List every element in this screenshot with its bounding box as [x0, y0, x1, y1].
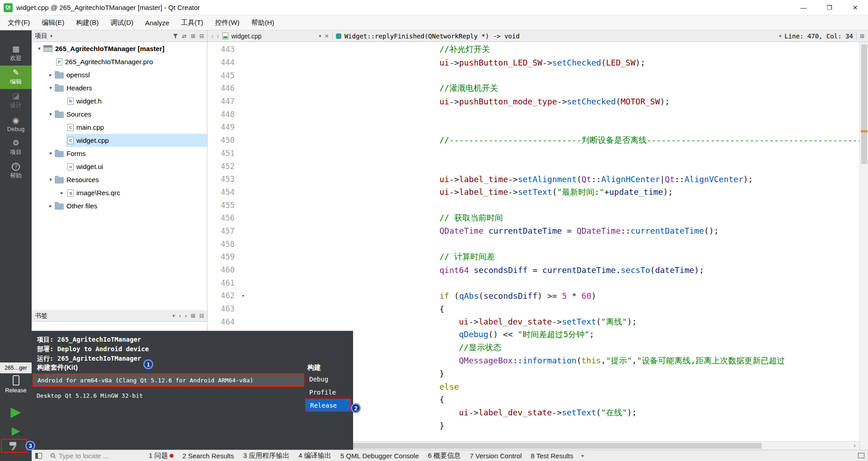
output-pane-button[interactable]: 5 QML Debugger Console — [340, 452, 419, 460]
chevron-down-icon[interactable]: ▾ — [47, 177, 55, 183]
filter-funnel-icon[interactable] — [173, 33, 178, 39]
output-pane-button[interactable]: 2 Search Results — [183, 452, 234, 460]
tree-item[interactable]: P265_AgritechIoTManager.pro — [32, 55, 207, 68]
menu-item[interactable]: 调试(D) — [104, 15, 139, 30]
output-window-icon[interactable] — [858, 453, 864, 458]
vertical-scrollbar[interactable] — [859, 42, 868, 450]
split-pane-icon[interactable]: ⊞ — [191, 313, 195, 319]
token: -> — [449, 58, 459, 67]
search-icon — [50, 453, 56, 459]
tree-item[interactable]: Cwidget.cpp — [32, 134, 207, 147]
output-pane-toggle-icon[interactable]: ▾ — [581, 453, 584, 458]
chevron-down-icon[interactable]: ▾ — [47, 85, 55, 91]
token: { — [439, 304, 444, 314]
token: = — [528, 265, 542, 275]
chevron-down-icon[interactable]: ▾ — [47, 151, 55, 156]
sidebar-toggle-icon[interactable] — [35, 453, 42, 459]
output-pane-button[interactable]: 4 编译输出 — [298, 452, 331, 460]
fold-marker-icon[interactable]: ▾ — [238, 293, 248, 299]
back-icon[interactable]: ‹ — [211, 32, 213, 40]
tree-item[interactable]: ▾Headers — [32, 81, 207, 94]
mode-help[interactable]: ?帮助 — [0, 160, 32, 183]
code-text: ui->label_time->setAlignment(Qt::AlignHC… — [248, 174, 753, 184]
chevron-down-icon[interactable]: ▾ — [47, 111, 55, 117]
mode-projects[interactable]: ⚙项目 — [0, 136, 32, 160]
tree-item[interactable]: ▾Resources — [32, 173, 207, 186]
menu-item[interactable]: 编辑(E) — [36, 15, 70, 30]
mode-label: 欢迎 — [10, 54, 22, 62]
target-kit-selector[interactable]: Release — [0, 374, 32, 400]
build-option[interactable]: Profile — [305, 386, 351, 399]
minimize-button[interactable]: — — [791, 0, 816, 15]
chevron-down-icon[interactable]: ▾ — [35, 46, 43, 52]
menu-item[interactable]: 文件(F) — [2, 15, 36, 30]
tree-item[interactable]: ▸Other files — [32, 199, 207, 212]
folder-icon — [55, 72, 64, 79]
tree-item-label: Sources — [66, 110, 91, 118]
token: information — [523, 356, 576, 365]
build-option[interactable]: Debug — [305, 372, 351, 386]
chevron-right-icon[interactable]: ▸ — [47, 203, 55, 209]
token: qAbs — [459, 291, 478, 301]
tree-item[interactable]: hwidget.h — [32, 94, 207, 108]
split-pane-icon[interactable]: ⊞ — [191, 33, 195, 39]
run-button[interactable]: ▶ — [0, 402, 32, 421]
output-pane-button[interactable]: 3 应用程序输出 — [243, 452, 290, 460]
chevron-down-icon[interactable]: ▾ — [50, 33, 52, 38]
pane-buttons: 1 问题2 Search Results3 应用程序输出4 编译输出5 QML … — [149, 452, 573, 460]
tree-item[interactable]: ▾Sources — [32, 108, 207, 121]
tree-item[interactable]: ▾Forms — [32, 147, 207, 160]
build-option[interactable]: Release — [305, 399, 351, 412]
tree-item[interactable]: ▸openssl — [32, 68, 207, 81]
welcome-icon: ▦ — [12, 45, 19, 53]
chevron-right-icon[interactable]: ▸ — [58, 190, 66, 196]
prev-bookmark-icon[interactable]: ‹ — [179, 313, 181, 319]
locate-input[interactable]: Type to locate ... — [50, 452, 141, 460]
output-pane-button[interactable]: 7 Version Control — [470, 452, 522, 460]
current-symbol[interactable]: Widget::replyFinished(QNetworkReply *) -… — [344, 33, 520, 40]
sync-with-editor-icon[interactable]: ⇄ — [182, 33, 187, 39]
close-pane-icon[interactable]: ⊟ — [199, 33, 204, 39]
scroll-right-icon[interactable]: › — [851, 442, 859, 450]
forward-icon[interactable]: › — [217, 32, 219, 40]
mode-debug[interactable]: ◉Debug — [0, 113, 32, 136]
chevron-down-icon[interactable]: ▾ — [779, 33, 781, 38]
tree-item[interactable]: ▸qimage\Res.qrc — [32, 186, 207, 199]
close-pane-icon[interactable]: ⊟ — [199, 313, 204, 319]
close-button[interactable]: ✕ — [842, 0, 868, 15]
token: ui — [439, 97, 449, 106]
tree-item-body: Headers — [55, 81, 207, 94]
menu-item[interactable]: 构建(B) — [70, 15, 104, 30]
target-project-name[interactable]: 265…ger — [0, 362, 32, 373]
mode-welcome[interactable]: ▦欢迎 — [0, 42, 32, 66]
output-pane-button[interactable]: 8 Test Results — [531, 452, 573, 460]
mode-design[interactable]: ◪设计 — [0, 89, 32, 113]
output-pane-button[interactable]: 1 问题 — [149, 452, 174, 460]
vertical-scrollbar-thumb[interactable] — [861, 44, 867, 164]
open-document-name[interactable]: widget.cpp — [231, 33, 262, 40]
tree-item[interactable]: ▾265_AgritechIoTManager [master] — [32, 42, 207, 55]
kit-option[interactable]: Desktop Qt 5.12.6 MinGW 32-bit — [33, 389, 304, 402]
menu-item[interactable]: 帮助(H) — [245, 15, 280, 30]
chevron-down-icon[interactable]: ▾ — [173, 313, 175, 318]
kit-option[interactable]: Android for arm64-v8a (Clang Qt 5.12.6 f… — [33, 373, 304, 387]
split-editor-icon[interactable]: ⊞ — [860, 33, 864, 39]
maximize-button[interactable]: ❐ — [816, 0, 842, 15]
chevron-down-icon[interactable]: ▾ — [319, 33, 321, 38]
next-bookmark-icon[interactable]: › — [185, 313, 187, 319]
tree-item[interactable]: uwidget.ui — [32, 160, 207, 173]
run-debug-button[interactable]: ▶ — [0, 423, 32, 439]
menu-item[interactable]: Analyze — [139, 15, 175, 30]
tree-item[interactable]: Cmain.cpp — [32, 121, 207, 134]
code-text: //灌溉电机开关 — [248, 83, 498, 94]
chevron-right-icon[interactable]: ▸ — [47, 72, 55, 78]
close-document-icon[interactable]: ✕ — [325, 33, 329, 39]
token: ( — [650, 265, 655, 275]
tree-item-body: Other files — [55, 199, 207, 212]
menu-item[interactable]: 控件(W) — [209, 15, 245, 30]
token: -> — [508, 187, 518, 197]
mode-edit[interactable]: ✎编辑 — [0, 66, 32, 89]
output-pane-button[interactable]: 6 概要信息 — [428, 452, 461, 460]
code-line: 449 — [208, 121, 868, 134]
menu-item[interactable]: 工具(T) — [175, 15, 209, 30]
